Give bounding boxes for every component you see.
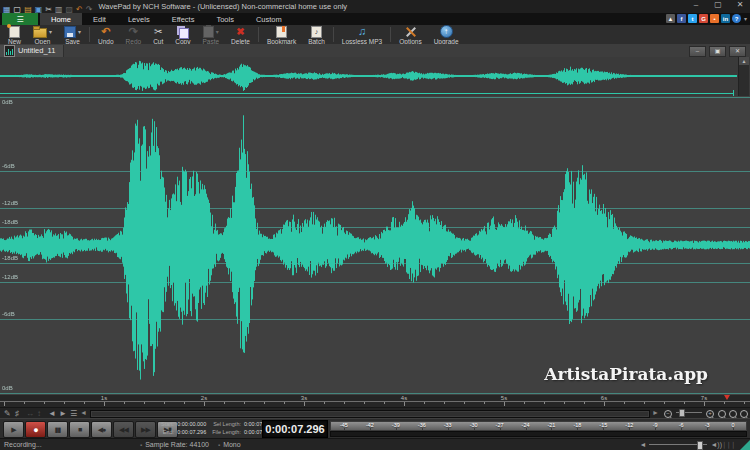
- maximize-button[interactable]: ▢: [712, 0, 724, 9]
- zoom-slider-knob[interactable]: [679, 409, 685, 417]
- floppy-icon: [64, 26, 76, 38]
- ribbon-delete-button[interactable]: ✖Delete: [225, 25, 256, 44]
- time-ruler[interactable]: 1s2s3s4s5s6s7s: [0, 395, 750, 407]
- main-waveform-panel[interactable]: 0dB-6dB-12dB-18dB-18dB-12dB-6dB0dB Artis…: [0, 96, 750, 395]
- paste-dropdown-icon[interactable]: ▾: [216, 28, 219, 35]
- ribbon-undo-button[interactable]: ↶Undo: [92, 25, 120, 44]
- db-label: -12dB: [2, 274, 18, 280]
- meter-scale-label: -18: [564, 422, 590, 430]
- ribbon-save-button[interactable]: ▾Save: [58, 25, 87, 44]
- end-value: 0:00:07.296: [177, 429, 206, 435]
- menu-tab-home[interactable]: Home: [40, 13, 82, 25]
- meter-scale-label: -45: [331, 422, 357, 430]
- scroll-right-icon[interactable]: ►: [652, 409, 659, 416]
- zoom-out-button[interactable]: −: [664, 410, 672, 418]
- zoom-selection-button[interactable]: [729, 410, 737, 418]
- level-meter-bar: [330, 431, 747, 437]
- waveform-tool-icon[interactable]: ♯: [15, 409, 19, 418]
- horizontal-scrollbar[interactable]: [90, 410, 650, 418]
- overview-waveform[interactable]: [0, 57, 737, 96]
- minimize-button[interactable]: –: [690, 0, 702, 9]
- close-button[interactable]: ✕: [734, 0, 746, 9]
- marker-tool-icon-2[interactable]: ►: [59, 409, 67, 418]
- start-label: Start:: [161, 421, 174, 427]
- meter-scale-label: -12: [616, 422, 642, 430]
- menu-tab-edit[interactable]: Edit: [82, 13, 117, 25]
- status-channels[interactable]: ▪Mono: [218, 441, 241, 448]
- tool-icon-3[interactable]: ↔: [26, 409, 34, 418]
- stop-button[interactable]: ■: [69, 421, 90, 438]
- waveform-file-icon: [4, 45, 15, 57]
- linkedin-icon[interactable]: in: [721, 14, 730, 23]
- start-end-info: Start:0:00:00.000 End:0:00:07.296: [161, 421, 206, 435]
- volume-slider-knob[interactable]: [697, 441, 703, 450]
- meter-scale-label: -33: [435, 422, 461, 430]
- overview-scrollbar[interactable]: ▲: [738, 57, 749, 96]
- ribbon-batch-button[interactable]: ♪Batch: [302, 25, 331, 44]
- volume-slider[interactable]: [649, 444, 707, 445]
- upgrade-icon: ↑: [440, 25, 453, 38]
- help-icon[interactable]: ?: [732, 14, 741, 23]
- pause-button[interactable]: ▮▮: [47, 421, 68, 438]
- list-tool-icon[interactable]: ☰: [70, 409, 77, 418]
- menu-tab-levels[interactable]: Levels: [117, 13, 161, 25]
- rewind-button[interactable]: ◀◀: [113, 421, 134, 438]
- main-waveform[interactable]: [0, 96, 750, 395]
- ribbon-bookmark-button[interactable]: Bookmark: [261, 25, 302, 44]
- googleplus-icon[interactable]: G: [699, 14, 708, 23]
- ribbon-redo-button[interactable]: ↷Redo: [120, 25, 148, 44]
- status-sample-rate[interactable]: ▪Sample Rate: 44100: [140, 441, 209, 448]
- ribbon-open-button[interactable]: ▾Open: [27, 25, 58, 44]
- menu-tab-custom[interactable]: Custom: [245, 13, 293, 25]
- zoom-full-button[interactable]: [718, 410, 726, 418]
- fast-forward-button[interactable]: ▶▶: [135, 421, 156, 438]
- document-tab[interactable]: Untitled_11: [0, 45, 64, 57]
- play-from-cursor-button[interactable]: ◀●: [91, 421, 112, 438]
- doc-minimize-button[interactable]: –: [689, 46, 706, 57]
- save-dropdown-icon[interactable]: ▾: [78, 28, 81, 35]
- ribbon-paste-button[interactable]: ▾Paste: [196, 25, 225, 44]
- ruler-tick: [444, 402, 445, 404]
- like-icon[interactable]: ▲: [666, 14, 675, 23]
- facebook-icon[interactable]: f: [677, 14, 686, 23]
- ruler-tick: [704, 402, 705, 406]
- ruler-tick: [544, 402, 545, 404]
- social-more-icon[interactable]: ▾: [744, 15, 747, 22]
- menu-tab-tools[interactable]: Tools: [205, 13, 245, 25]
- ribbon-new-button[interactable]: New: [2, 25, 27, 44]
- ruler-tick: [4, 402, 5, 406]
- speaker-mute-icon[interactable]: ◄: [639, 441, 646, 448]
- twitter-icon[interactable]: t: [688, 14, 697, 23]
- open-dropdown-icon[interactable]: ▾: [49, 28, 52, 35]
- overview-scroll-up-icon[interactable]: ▲: [739, 57, 749, 65]
- play-button[interactable]: ▶: [3, 421, 24, 438]
- ribbon-options-button[interactable]: Options: [393, 25, 427, 44]
- menu-tab-effects[interactable]: Effects: [161, 13, 206, 25]
- ribbon-upgrade-button[interactable]: ↑Upgrade: [428, 25, 465, 44]
- zoom-vertical-button[interactable]: [740, 410, 748, 418]
- meter-scale-label: -24: [513, 422, 539, 430]
- pointer-tool-icon[interactable]: ✎: [4, 409, 11, 418]
- ribbon-lossless-mp3-button[interactable]: ♫Lossless MP3: [336, 25, 388, 44]
- zoom-in-button[interactable]: +: [706, 410, 714, 418]
- record-button[interactable]: ●: [25, 421, 46, 438]
- scroll-left-icon[interactable]: ◄: [80, 409, 87, 416]
- overview-waveform-panel[interactable]: ▲: [0, 57, 750, 96]
- db-label: 0dB: [2, 385, 13, 391]
- scrollbar-thumb[interactable]: [91, 411, 649, 417]
- statusbar: Recording... ▪Sample Rate: 44100 ▪Mono ◄…: [0, 438, 750, 450]
- ruler-tick: [144, 402, 145, 404]
- share-icon[interactable]: •: [710, 14, 719, 23]
- doc-restore-button[interactable]: ▣: [709, 46, 726, 57]
- tool-icon-4[interactable]: ↕: [37, 409, 41, 418]
- speaker-loud-icon[interactable]: ◄)): [710, 441, 722, 448]
- ribbon-cut-button[interactable]: ✂Cut: [147, 25, 169, 44]
- menubar: ☰ HomeEditLevelsEffectsToolsCustom: [0, 13, 750, 25]
- undo-icon: ↶: [101, 26, 110, 37]
- resize-grip[interactable]: [739, 440, 750, 450]
- ruler-tick: [624, 402, 625, 404]
- doc-close-button[interactable]: ✕: [729, 46, 746, 57]
- marker-tool-icon[interactable]: ◄: [48, 409, 56, 418]
- redo-icon: ↷: [129, 26, 138, 37]
- ribbon-copy-button[interactable]: Copy: [169, 25, 196, 44]
